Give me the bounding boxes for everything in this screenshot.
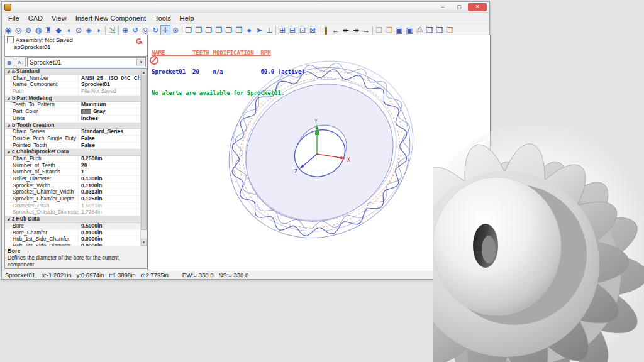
view-iso-cube-icon[interactable]: ❐ <box>234 25 244 36</box>
orbit-free-icon[interactable]: ⊛ <box>170 25 180 36</box>
save-icon[interactable]: ▣ <box>394 25 404 36</box>
maximize-button[interactable]: ◻ <box>452 3 467 11</box>
window-horizontal-icon[interactable]: ⊡ <box>297 25 308 36</box>
tree-root-item[interactable]: − Assembly: Not Saved <box>5 35 147 43</box>
bushing-icon[interactable]: ◍ <box>33 25 43 36</box>
property-value[interactable]: Standard_Series <box>79 129 140 135</box>
property-value[interactable]: Sprocket01 <box>79 82 140 88</box>
view-right-cube-icon[interactable]: ❐ <box>214 25 224 36</box>
property-category[interactable]: ◢a Standard <box>5 69 140 75</box>
view-top-cube-icon[interactable]: ❒ <box>224 25 234 36</box>
rotate-ccw-icon[interactable]: ↺ <box>130 25 140 36</box>
property-row[interactable]: Part_ColorGray <box>5 109 140 116</box>
shaft-icon[interactable]: ◈ <box>84 25 94 36</box>
pause-icon[interactable]: ∥ <box>321 25 331 36</box>
open-file-icon[interactable]: ❐ <box>384 25 394 36</box>
property-value[interactable]: 0.1250in <box>79 196 140 202</box>
menu-item-help[interactable]: Help <box>175 14 199 22</box>
step-forward-icon[interactable]: → <box>361 25 371 36</box>
view-front-cube-icon[interactable]: ❒ <box>184 25 194 36</box>
property-row[interactable]: Sprocket_Chamfer_Width0.0313in <box>5 189 140 196</box>
property-value[interactable]: 0.2500in <box>79 156 140 162</box>
property-row[interactable]: Sprocket_Chamfer_Depth0.1250in <box>5 196 140 203</box>
property-row[interactable]: Hub_1st_Side_Chamfer0.0000in <box>5 236 140 243</box>
property-row[interactable]: Sprocket_Width0.1100in <box>5 183 140 190</box>
property-value[interactable]: 0.0000in <box>79 236 140 243</box>
rewind-icon[interactable]: ↞ <box>341 25 351 36</box>
scroll-thumb[interactable] <box>141 75 147 230</box>
property-category[interactable]: ◢z Hub Data <box>5 216 140 223</box>
property-value[interactable]: 1.5981in <box>79 203 140 209</box>
print-icon[interactable]: ⎙ <box>414 25 425 36</box>
property-value[interactable]: Maximum <box>79 102 140 108</box>
window-tile-icon[interactable]: ⊟ <box>287 25 297 36</box>
place-in-cad-icon[interactable]: ⇲ <box>107 25 117 36</box>
category-collapse-icon[interactable]: ◢ <box>5 69 12 75</box>
alphabetical-sort-icon[interactable]: A↓ <box>16 58 26 67</box>
category-collapse-icon[interactable]: ◢ <box>5 96 12 102</box>
coupling-icon[interactable]: ◗ <box>94 25 104 36</box>
normal-to-icon[interactable]: ⊥ <box>264 25 274 36</box>
forward-icon[interactable]: ↠ <box>351 25 361 36</box>
pulley-icon[interactable]: ◖ <box>64 25 74 36</box>
property-row[interactable]: Chain_Pitch0.2500in <box>5 156 140 163</box>
bearing-icon[interactable]: ⊚ <box>23 25 33 36</box>
property-value[interactable]: 1 <box>79 169 140 175</box>
category-collapse-icon[interactable]: ◢ <box>5 123 12 129</box>
chevron-down-icon[interactable]: ▼ <box>136 58 145 66</box>
window-cascade-icon[interactable]: ⊞ <box>277 25 287 36</box>
component-combobox[interactable]: Sprocket01 ▼ <box>27 57 146 67</box>
property-value[interactable]: 0.5000in <box>79 223 140 229</box>
title-bar[interactable]: – ◻ ✕ <box>2 2 489 13</box>
property-category[interactable]: ◢b Part Modeling <box>5 96 140 102</box>
scroll-down-icon[interactable]: ▼ <box>141 239 147 246</box>
property-row[interactable]: Bore0.5000in <box>5 223 140 230</box>
property-value[interactable]: Inches <box>79 116 140 122</box>
property-value[interactable]: False <box>79 136 140 142</box>
tree-child-item[interactable]: apSprocket01 <box>5 43 147 50</box>
spin-icon[interactable]: ↻ <box>150 25 160 36</box>
property-row[interactable]: Roller_Diameter0.1300in <box>5 176 140 183</box>
property-row[interactable]: Number_of_Strands1 <box>5 169 140 176</box>
file-options-icon[interactable]: ❒ <box>445 25 455 36</box>
roller-icon[interactable]: ⊙ <box>74 25 84 36</box>
step-back-icon[interactable]: ← <box>331 25 341 36</box>
menu-item-cad[interactable]: CAD <box>24 14 47 22</box>
property-value[interactable]: Gray <box>79 109 140 115</box>
export-part-icon[interactable]: ❒ <box>425 25 435 36</box>
property-value[interactable]: 1.7284in <box>79 209 140 216</box>
property-row[interactable]: Chain_SeriesStandard_Series <box>5 129 140 136</box>
view-back-cube-icon[interactable]: ❐ <box>194 25 204 36</box>
shaded-view-icon[interactable]: ● <box>244 25 254 36</box>
menu-item-file[interactable]: File <box>4 14 24 22</box>
property-row[interactable]: Teeth_To_PatternMaximum <box>5 102 140 109</box>
property-value[interactable]: 0.1100in <box>79 183 140 189</box>
new-file-icon[interactable]: ❏ <box>374 25 384 36</box>
property-value[interactable]: False <box>79 143 140 149</box>
pan-icon[interactable]: ✛ <box>160 25 170 36</box>
property-value[interactable]: 0.1300in <box>79 176 140 182</box>
property-row[interactable]: Bore_Chamfer0.0100in <box>5 230 140 237</box>
property-row[interactable]: Double_Pitch_Single_DutyFalse <box>5 136 140 143</box>
category-collapse-icon[interactable]: ◢ <box>5 216 12 222</box>
close-button[interactable]: ✕ <box>468 3 487 11</box>
scrollbar[interactable]: ▲ ▼ <box>140 69 147 246</box>
property-row[interactable]: UnitsInches <box>5 116 140 123</box>
category-collapse-icon[interactable]: ◢ <box>5 149 12 155</box>
property-value[interactable]: 0.0100in <box>79 230 140 236</box>
gear-rack-icon[interactable]: ♜ <box>43 25 53 36</box>
window-vertical-icon[interactable]: ⊠ <box>308 25 318 36</box>
export-drawing-icon[interactable]: ❒ <box>435 25 445 36</box>
categorized-view-icon[interactable]: ▦ <box>4 58 14 67</box>
property-category[interactable]: ◢b Tooth Creation <box>5 123 140 129</box>
menu-item-view[interactable]: View <box>47 14 71 22</box>
menu-item-insert-new-component[interactable]: Insert New Component <box>71 14 151 22</box>
property-row[interactable]: Name_ComponentSprocket01 <box>5 82 140 89</box>
property-value[interactable]: 20 <box>79 163 140 169</box>
zoom-extents-icon[interactable]: ➤ <box>254 25 264 36</box>
save-as-icon[interactable]: ▣ <box>404 25 414 36</box>
chain-icon[interactable]: ◎ <box>13 25 23 36</box>
center-target-icon[interactable]: ◎ <box>140 25 150 36</box>
property-row[interactable]: Diameter_Pitch1.5981in <box>5 203 140 210</box>
orbit-icon[interactable]: ⊕ <box>120 25 130 36</box>
